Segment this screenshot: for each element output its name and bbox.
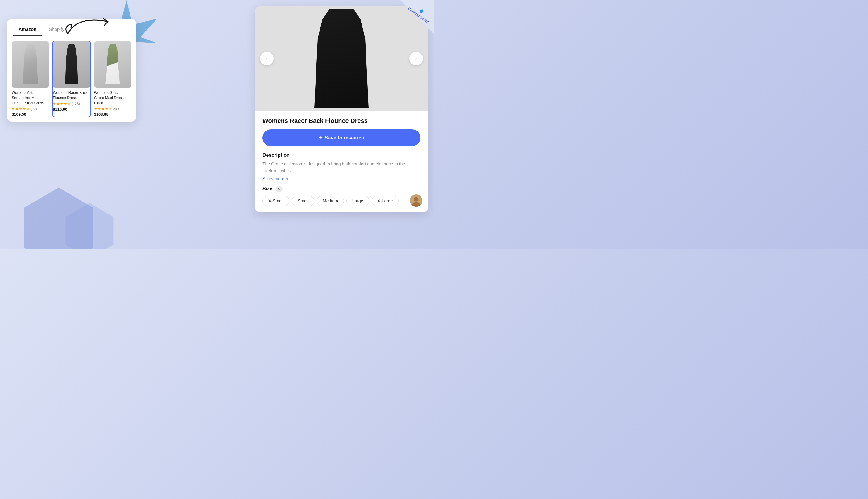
product-price-2: $110.00: [53, 107, 90, 112]
star-3-3: ★: [101, 107, 104, 111]
star-2-1: ★: [53, 102, 56, 106]
detail-product-title: Womens Racer Back Flounce Dress: [262, 117, 420, 124]
show-more-button[interactable]: Show more ∨: [262, 176, 420, 181]
product-name-3: Womens Grace - Cupro Maxi Dress - Black: [94, 90, 132, 106]
chevron-right-icon: ›: [415, 56, 417, 61]
description-body: The Grace collection is designed to brin…: [262, 160, 420, 174]
product-card-2[interactable]: Womens Racer Back Flounce Dress ★ ★ ★ ★ …: [53, 41, 90, 117]
product-review-count-3: (96): [113, 107, 119, 111]
product-card-3[interactable]: Womens Grace - Cupro Maxi Dress - Black …: [94, 41, 132, 117]
size-title: Size: [262, 186, 272, 192]
save-to-research-button[interactable]: + Save to research: [262, 129, 420, 146]
product-image-3: [94, 41, 132, 88]
product-name-1: Womens Asta - Seersucker Maxi Dress - St…: [12, 90, 49, 106]
products-grid: Womens Asta - Seersucker Maxi Dress - St…: [7, 36, 136, 122]
star-2-4: ★: [64, 102, 67, 106]
product-stars-1: ★ ★ ★ ★ ★ (72): [12, 107, 49, 111]
product-stars-2: ★ ★ ★ ★ ★ (128): [53, 102, 90, 106]
avatar-image: [410, 194, 422, 207]
product-price-3: $168.88: [94, 112, 132, 117]
star-2-half: ★: [67, 102, 71, 106]
product-review-count-2: (128): [72, 102, 80, 106]
star-1-4: ★: [23, 107, 26, 111]
size-header: Size 5: [262, 186, 420, 192]
plus-icon: +: [319, 134, 322, 141]
star-3-2: ★: [98, 107, 101, 111]
star-1-3: ★: [19, 107, 22, 111]
size-count-badge: 5: [275, 186, 283, 192]
size-option-xsmall[interactable]: X-Small: [262, 196, 289, 206]
product-review-count-1: (72): [31, 107, 37, 111]
star-2-2: ★: [57, 102, 60, 106]
chevron-left-icon: ‹: [266, 56, 268, 61]
star-1-1: ★: [12, 107, 15, 111]
size-option-small[interactable]: Small: [292, 196, 314, 206]
product-image-1: [12, 41, 49, 88]
product-detail-panel: ‹ › Womens Racer Back Flounce Dress + Sa…: [255, 6, 428, 212]
detail-product-image: [308, 9, 375, 108]
coming-soon-badge: 🔷 Coming soon!: [397, 0, 434, 37]
star-3-4: ★: [105, 107, 108, 111]
image-next-button[interactable]: ›: [409, 52, 423, 65]
product-name-2: Womens Racer Back Flounce Dress: [53, 90, 90, 101]
show-more-label: Show more: [262, 176, 284, 181]
size-option-large[interactable]: Large: [346, 196, 369, 206]
size-option-xlarge[interactable]: X-Large: [372, 196, 399, 206]
detail-content-area: Womens Racer Back Flounce Dress + Save t…: [255, 111, 428, 212]
svg-point-1: [414, 197, 419, 202]
save-btn-label: Save to research: [325, 135, 364, 141]
product-price-1: $109.50: [12, 112, 49, 117]
user-avatar[interactable]: [409, 194, 423, 207]
star-3-1: ★: [94, 107, 97, 111]
description-section: Description The Grace collection is desi…: [262, 153, 420, 181]
image-prev-button[interactable]: ‹: [260, 52, 274, 65]
size-option-medium[interactable]: Medium: [317, 196, 344, 206]
star-2-3: ★: [60, 102, 63, 106]
tab-amazon[interactable]: Amazon: [13, 24, 42, 36]
star-3-half: ★: [109, 107, 112, 111]
size-section: Size 5 X-Small Small Medium Large X-Larg…: [262, 186, 420, 206]
star-1-half: ★: [26, 107, 29, 111]
arrow-annotation: [62, 9, 123, 40]
product-image-2: [53, 41, 90, 88]
chevron-down-icon: ∨: [286, 176, 289, 181]
product-card-1[interactable]: Womens Asta - Seersucker Maxi Dress - St…: [12, 41, 49, 117]
size-options-list: X-Small Small Medium Large X-Large: [262, 196, 420, 206]
star-1-2: ★: [15, 107, 18, 111]
product-stars-3: ★ ★ ★ ★ ★ (96): [94, 107, 132, 111]
description-heading: Description: [262, 153, 420, 158]
